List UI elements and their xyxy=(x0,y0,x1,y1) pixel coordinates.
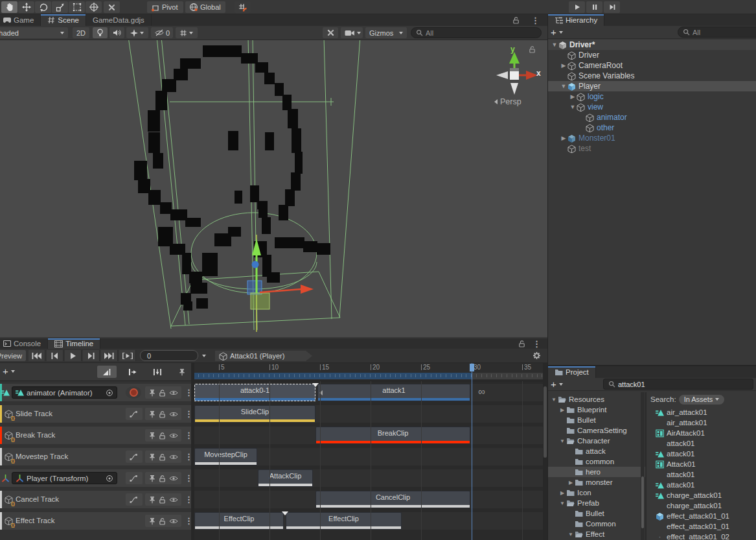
preview-toggle[interactable]: Preview xyxy=(0,350,26,361)
add-track-button[interactable]: + xyxy=(3,366,15,377)
hierarchy-item-monster01[interactable]: ▶ Monster01 xyxy=(548,133,756,143)
track-name-field[interactable]: animator (Animator) xyxy=(12,386,117,399)
lock-icon[interactable] xyxy=(159,389,166,397)
track-menu-icon[interactable]: ⋮ xyxy=(185,431,191,440)
ripple-mode-button[interactable] xyxy=(123,366,143,378)
timeline-track-lane[interactable]: EffectClip EffectClip xyxy=(194,512,543,530)
scene-visibility-toggle[interactable]: 0 xyxy=(151,27,173,38)
search-result-item[interactable]: charge_attack01 xyxy=(647,500,756,511)
track-name-field[interactable]: Player (Transform) xyxy=(12,472,117,484)
hierarchy-item-scene-variables[interactable]: Scene Variables xyxy=(548,71,756,81)
pin-icon[interactable] xyxy=(149,475,155,482)
hierarchy-add-button[interactable]: + xyxy=(551,27,563,38)
search-result-item[interactable]: Attack01 xyxy=(647,459,756,469)
project-tree-scrollbar[interactable] xyxy=(641,392,645,540)
scene-tools-icon[interactable] xyxy=(323,27,338,38)
scene-search-input[interactable] xyxy=(426,29,536,37)
timeline-settings-icon[interactable] xyxy=(533,351,541,360)
timeline-clip[interactable]: attack1 xyxy=(317,384,470,401)
project-folder-character[interactable]: ▼ Character xyxy=(548,436,645,446)
next-frame-button[interactable] xyxy=(83,350,100,361)
scene-tab-gamedata-gdjs[interactable]: GameData.gdjs xyxy=(86,14,152,26)
expand-arrow-icon[interactable]: ▼ xyxy=(569,104,577,110)
eye-icon[interactable] xyxy=(169,454,178,460)
expand-arrow-icon[interactable]: ▶ xyxy=(560,135,567,141)
frame-input[interactable] xyxy=(146,351,192,360)
play-range-button[interactable] xyxy=(119,350,136,361)
pin-icon[interactable] xyxy=(149,410,155,418)
project-search-input[interactable] xyxy=(618,381,748,388)
scale-tool[interactable] xyxy=(52,1,68,13)
eye-icon[interactable] xyxy=(169,390,178,396)
timeline-track-header[interactable]: {}Break Track ⋮ xyxy=(0,427,191,444)
timeline-menu-icon[interactable]: ⋮ xyxy=(533,340,541,348)
expand-arrow-icon[interactable]: ▼ xyxy=(560,83,567,89)
timeline-track-lane[interactable]: MovestepClip xyxy=(194,448,543,465)
previous-frame-button[interactable] xyxy=(47,350,63,361)
project-folder-camerasetting[interactable]: CameraSetting xyxy=(548,425,645,436)
timeline-clip[interactable]: BreakClip xyxy=(315,427,470,444)
scene-search-box[interactable] xyxy=(411,27,542,38)
timeline-track-lane[interactable]: BreakClip xyxy=(194,427,543,444)
hierarchy-item-other[interactable]: other xyxy=(548,123,756,133)
hierarchy-item-driver[interactable]: Driver xyxy=(548,50,756,60)
hand-tool[interactable] xyxy=(1,1,17,13)
track-menu-icon[interactable]: ⋮ xyxy=(185,452,191,461)
timeline-track-header[interactable]: animator (Animator) ⋮ xyxy=(0,384,191,401)
timeline-clip[interactable]: EffectClip xyxy=(194,512,284,530)
timeline-clip[interactable]: SlideClip xyxy=(194,405,315,423)
eye-icon[interactable] xyxy=(169,518,178,524)
hierarchy-item-player[interactable]: ▼ Player xyxy=(548,81,756,91)
expand-arrow-icon[interactable]: ▶ xyxy=(560,62,567,69)
search-result-item[interactable]: AirAttack01 xyxy=(647,428,756,438)
track-menu-icon[interactable]: ⋮ xyxy=(185,388,191,397)
custom-tools[interactable] xyxy=(104,1,120,13)
curve-toggle[interactable] xyxy=(126,493,143,506)
search-result-item[interactable]: attack01 xyxy=(647,438,756,449)
lock-icon[interactable] xyxy=(159,475,166,482)
search-result-item[interactable]: attack01 xyxy=(647,449,756,459)
timeline-track-lane[interactable]: CancelClip xyxy=(194,491,543,508)
hierarchy-item-driver-[interactable]: ▼ Driver* xyxy=(548,40,756,50)
project-folder-bullet[interactable]: Bullet xyxy=(548,415,645,425)
project-folder-effect[interactable]: ▼ Effect xyxy=(548,529,645,539)
project-folder-blueprint[interactable]: ▶ Blueprint xyxy=(548,405,645,415)
expand-arrow-icon[interactable]: ▼ xyxy=(558,500,566,506)
timeline-clip[interactable]: CancelClip xyxy=(315,491,470,508)
hierarchy-tab[interactable]: Hierarchy xyxy=(548,14,604,26)
playhead-marker[interactable] xyxy=(470,364,474,371)
gizmo-lock-icon[interactable] xyxy=(529,45,536,53)
project-tab[interactable]: Project xyxy=(548,366,596,378)
track-menu-icon[interactable]: ⋮ xyxy=(185,495,191,504)
frame-dropdown-icon[interactable] xyxy=(202,355,206,357)
projection-toggle[interactable]: Persp xyxy=(494,97,521,106)
lock-icon[interactable] xyxy=(159,453,166,461)
editor-step-button[interactable] xyxy=(604,1,620,13)
search-result-item[interactable]: charge_attack01 xyxy=(647,490,756,500)
marker-toggle-button[interactable] xyxy=(172,366,191,378)
mix-mode-button[interactable] xyxy=(97,366,117,378)
pin-icon[interactable] xyxy=(149,453,155,461)
playhead-line[interactable] xyxy=(472,363,472,540)
project-search-box[interactable] xyxy=(603,379,753,390)
scene-grid-dropdown[interactable] xyxy=(176,27,198,38)
editor-play-button[interactable] xyxy=(569,1,585,13)
track-menu-icon[interactable]: ⋮ xyxy=(185,517,191,525)
hierarchy-search-input[interactable] xyxy=(693,29,756,36)
hierarchy-item-animator[interactable]: animator xyxy=(548,112,756,123)
rotate-tool[interactable] xyxy=(35,1,51,13)
scene-effects-dropdown[interactable] xyxy=(126,27,148,38)
search-result-item[interactable]: attack01 xyxy=(647,480,756,490)
2d-toggle[interactable]: 2D xyxy=(73,27,89,38)
timeline-lock-icon[interactable] xyxy=(518,340,525,347)
shading-mode-dropdown[interactable]: Shaded xyxy=(0,27,68,38)
scene-canvas[interactable]: y x Persp xyxy=(0,40,547,337)
scene-menu-icon[interactable]: ⋮ xyxy=(531,16,540,25)
timeline-track-header[interactable]: {}Effect Track ⋮ xyxy=(0,512,191,530)
timeline-scrollbar[interactable] xyxy=(543,363,547,540)
project-folder-common[interactable]: Common xyxy=(548,519,645,529)
timeline-tab-timeline[interactable]: Timeline xyxy=(48,338,100,349)
search-result-item[interactable]: attack01 xyxy=(647,469,756,480)
play-button[interactable] xyxy=(65,350,82,361)
timeline-track-header[interactable]: {}Movestep Track ⋮ xyxy=(0,448,191,465)
